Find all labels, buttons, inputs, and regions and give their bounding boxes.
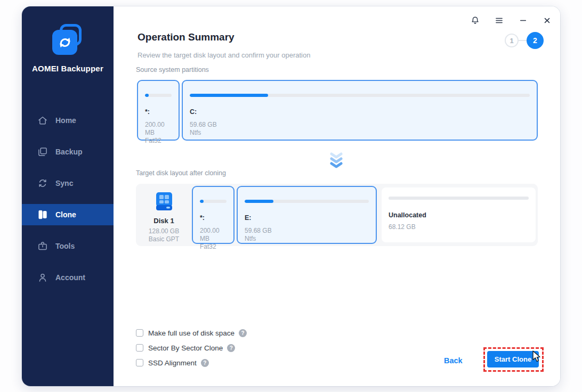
source-partition-c[interactable]: C: 59.68 GB Ntfs bbox=[182, 80, 538, 141]
help-icon[interactable]: ? bbox=[201, 359, 209, 367]
usage-bar bbox=[190, 94, 530, 97]
target-unallocated-space[interactable]: Unallocated 68.12 GB bbox=[382, 187, 536, 242]
disk-icon bbox=[155, 191, 174, 211]
target-partition-e[interactable]: E: 59.68 GB Ntfs bbox=[237, 186, 377, 244]
minimize-icon[interactable] bbox=[517, 14, 529, 26]
partition-filesystem: Fat32 bbox=[200, 243, 227, 251]
usage-bar bbox=[389, 197, 529, 200]
partition-size: 59.68 GB bbox=[190, 121, 530, 129]
partition-filesystem: Fat32 bbox=[145, 137, 172, 145]
step-2-badge: 2 bbox=[527, 32, 544, 49]
clone-options: Make full use of disk space ? Sector By … bbox=[136, 328, 247, 372]
partition-filesystem: Ntfs bbox=[245, 235, 369, 243]
bell-icon[interactable] bbox=[469, 14, 481, 26]
sidebar-nav: Home Backup bbox=[22, 110, 114, 298]
sidebar: AOMEI Backupper Home bbox=[22, 6, 114, 386]
sidebar-item-label: Account bbox=[55, 273, 85, 282]
step-indicator: 1 2 bbox=[505, 32, 544, 49]
target-partition-system[interactable]: *: 200.00 MB Fat32 bbox=[192, 186, 235, 244]
unallocated-size: 68.12 GB bbox=[389, 223, 529, 231]
target-disk-panel: Disk 1 128.00 GB Basic GPT *: 200.00 MB … bbox=[136, 184, 538, 246]
sidebar-item-backup[interactable]: Backup bbox=[22, 141, 114, 162]
close-icon[interactable] bbox=[541, 14, 553, 26]
option-label: Sector By Sector Clone bbox=[148, 344, 223, 352]
menu-icon[interactable] bbox=[493, 14, 505, 26]
option-row: Sector By Sector Clone ? bbox=[136, 342, 247, 353]
page-title: Operation Summary bbox=[138, 31, 235, 43]
step-connector bbox=[519, 40, 527, 41]
sidebar-item-label: Home bbox=[55, 116, 76, 125]
desktop-background: AOMEI Backupper Home bbox=[0, 0, 582, 392]
partition-size: 59.68 GB bbox=[245, 227, 369, 235]
partition-name: E: bbox=[245, 214, 369, 222]
help-icon[interactable]: ? bbox=[227, 344, 235, 352]
sidebar-item-tools[interactable]: Tools bbox=[22, 235, 114, 257]
sidebar-item-label: Clone bbox=[55, 210, 76, 219]
partition-size: 200.00 MB bbox=[200, 227, 227, 243]
clone-icon bbox=[37, 209, 48, 220]
main-content: Operation Summary Review the target disk… bbox=[114, 6, 560, 386]
source-partition-system[interactable]: *: 200.00 MB Fat32 bbox=[137, 80, 180, 141]
partition-name: C: bbox=[190, 108, 530, 116]
unallocated-label: Unallocated bbox=[389, 211, 529, 219]
disk-size: 128.00 GB bbox=[136, 227, 192, 235]
step-1-badge: 1 bbox=[505, 34, 519, 47]
sidebar-item-home[interactable]: Home bbox=[22, 110, 114, 131]
sidebar-item-sync[interactable]: Sync bbox=[22, 173, 114, 194]
aomei-logo-icon bbox=[51, 24, 85, 57]
checkbox-ssd-alignment[interactable] bbox=[136, 359, 143, 366]
sidebar-item-clone[interactable]: Clone bbox=[22, 204, 114, 225]
app-window: AOMEI Backupper Home bbox=[22, 6, 560, 386]
option-label: SSD Alignment bbox=[148, 359, 197, 367]
partition-size: 200.00 MB bbox=[145, 121, 172, 137]
partition-name: *: bbox=[200, 214, 227, 222]
partition-name: *: bbox=[145, 108, 172, 116]
sidebar-item-label: Sync bbox=[55, 179, 73, 187]
sidebar-item-label: Backup bbox=[55, 148, 83, 156]
usage-bar bbox=[245, 200, 369, 203]
partition-filesystem: Ntfs bbox=[190, 129, 530, 137]
sidebar-item-account[interactable]: Account bbox=[22, 267, 114, 288]
checkbox-make-full-use[interactable] bbox=[136, 329, 143, 337]
usage-bar bbox=[200, 200, 227, 203]
source-section-label: Source system partitions bbox=[136, 66, 209, 74]
brand-name: AOMEI Backupper bbox=[22, 64, 114, 73]
checkbox-sector-by-sector[interactable] bbox=[136, 344, 143, 352]
usage-bar bbox=[145, 94, 172, 97]
start-clone-button[interactable]: Start Clone bbox=[487, 351, 539, 368]
window-controls bbox=[469, 14, 553, 26]
option-label: Make full use of disk space bbox=[148, 329, 235, 337]
option-row: Make full use of disk space ? bbox=[136, 328, 247, 338]
target-disk-info[interactable]: Disk 1 128.00 GB Basic GPT bbox=[136, 184, 192, 246]
disk-type: Basic GPT bbox=[136, 235, 192, 243]
help-icon[interactable]: ? bbox=[239, 329, 247, 337]
chevron-down-icon bbox=[329, 152, 344, 172]
account-icon bbox=[37, 272, 48, 283]
back-button[interactable]: Back bbox=[444, 356, 463, 365]
backup-icon bbox=[37, 146, 48, 157]
disk-name: Disk 1 bbox=[136, 217, 192, 225]
target-section-label: Target disk layout after cloning bbox=[136, 169, 226, 177]
tools-icon bbox=[37, 241, 48, 251]
sync-icon bbox=[37, 178, 48, 189]
home-icon bbox=[37, 115, 48, 126]
logo-sync-icon bbox=[52, 30, 77, 55]
option-row: SSD Alignment ? bbox=[136, 357, 247, 368]
sidebar-item-label: Tools bbox=[55, 242, 75, 250]
page-subtitle: Review the target disk layout and confir… bbox=[138, 51, 310, 59]
brand: AOMEI Backupper bbox=[22, 24, 114, 73]
